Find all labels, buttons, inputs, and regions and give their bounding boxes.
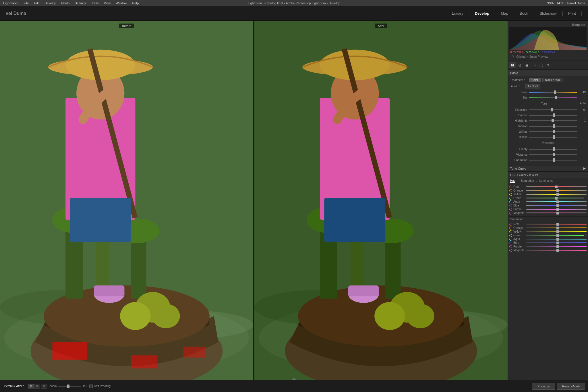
basic-panel-header[interactable]: Basic xyxy=(508,70,588,76)
hsl-sat-yellow-track[interactable] xyxy=(526,231,587,232)
shadows-slider-thumb[interactable] xyxy=(553,124,555,128)
hsl-radio-yellow[interactable] xyxy=(509,193,512,196)
zoom-thumb[interactable] xyxy=(67,385,69,388)
hsl-hue-purple-thumb[interactable] xyxy=(556,208,559,211)
hsl-radio-orange[interactable] xyxy=(509,189,512,192)
saturation-slider-track[interactable] xyxy=(529,160,577,161)
whites-slider-thumb[interactable] xyxy=(553,130,555,133)
tint-slider-track[interactable] xyxy=(529,97,577,98)
vibrance-slider-track[interactable] xyxy=(529,154,577,155)
eyedropper-icon[interactable]: ✦ xyxy=(510,84,514,88)
hsl-hue-blue-track[interactable] xyxy=(526,205,587,206)
nav-library[interactable]: Library xyxy=(447,6,469,21)
nav-book[interactable]: Book xyxy=(514,6,533,21)
hsl-sat-radio-yellow[interactable] xyxy=(509,230,512,233)
blacks-slider-track[interactable] xyxy=(529,137,577,138)
menu-edit[interactable]: Edit xyxy=(34,1,39,5)
contrast-slider-track[interactable] xyxy=(529,115,577,116)
menu-tools[interactable]: Tools xyxy=(91,1,99,5)
hsl-radio-purple[interactable] xyxy=(509,208,512,211)
nav-map[interactable]: Map xyxy=(496,6,513,21)
reset-button[interactable]: Reset (Adob xyxy=(557,383,585,390)
hsl-radio-magenta[interactable] xyxy=(509,212,512,215)
hsl-tab-saturation[interactable]: Saturation xyxy=(521,179,534,183)
hsl-sat-orange-track[interactable] xyxy=(526,227,587,228)
redeye-tool[interactable]: ◉ xyxy=(524,62,530,68)
radial-filter-tool[interactable]: ◯ xyxy=(538,62,544,68)
menu-develop[interactable]: Develop xyxy=(45,1,56,5)
hsl-hue-blue-thumb[interactable] xyxy=(556,204,559,207)
zoom-slider[interactable] xyxy=(58,386,81,387)
bw-btn[interactable]: Black & Wh xyxy=(542,78,562,82)
previous-button[interactable]: Previous xyxy=(532,383,555,390)
shadows-slider-track[interactable] xyxy=(529,126,577,127)
hsl-sat-orange-thumb[interactable] xyxy=(556,227,559,229)
contrast-slider-thumb[interactable] xyxy=(553,113,555,117)
menu-settings[interactable]: Settings xyxy=(75,1,86,5)
hsl-sat-blue-thumb[interactable] xyxy=(556,242,559,244)
clarity-slider-track[interactable] xyxy=(529,149,577,150)
hsl-sat-radio-aqua[interactable] xyxy=(509,238,512,241)
menu-file[interactable]: File xyxy=(24,1,29,5)
hsl-hue-red-thumb[interactable] xyxy=(555,186,558,188)
above-below-btn[interactable]: ⊞ xyxy=(41,384,47,389)
nav-develop[interactable]: Develop xyxy=(470,6,495,21)
hsl-sat-green-track[interactable] xyxy=(526,235,584,236)
hsl-hue-orange-thumb[interactable] xyxy=(556,189,559,192)
nav-slideshow[interactable]: Slideshow xyxy=(535,6,562,21)
hsl-sat-radio-orange[interactable] xyxy=(509,227,512,229)
menu-help[interactable]: Help xyxy=(132,1,139,5)
hsl-sat-blue-track[interactable] xyxy=(526,242,587,243)
soft-proofing-toggle[interactable]: Soft Proofing xyxy=(89,385,111,388)
tone-curve-header[interactable]: Tone Curve ▶ xyxy=(508,165,588,172)
spot-removal-tool[interactable]: ◎ xyxy=(517,62,523,68)
hsl-tab-luminance[interactable]: Luminance xyxy=(539,179,554,183)
hsl-sat-radio-blue[interactable] xyxy=(509,242,512,244)
hsl-hue-yellow-thumb[interactable] xyxy=(556,193,559,196)
hsl-sat-radio-purple[interactable] xyxy=(509,245,512,248)
after-canvas[interactable] xyxy=(254,21,508,380)
nav-print[interactable]: Print xyxy=(563,6,581,21)
hsl-sat-red-thumb[interactable] xyxy=(556,223,559,226)
hsl-radio-red[interactable] xyxy=(509,186,512,188)
auto-btn[interactable]: Auto xyxy=(580,102,586,105)
soft-proofing-checkbox[interactable] xyxy=(89,385,93,388)
hsl-sat-radio-red[interactable] xyxy=(509,223,512,226)
hsl-sat-aqua-track[interactable] xyxy=(526,239,587,240)
wb-value-btn[interactable]: As Shot xyxy=(525,84,540,88)
before-after-toggle[interactable]: Before & After : xyxy=(3,384,25,388)
vibrance-slider-thumb[interactable] xyxy=(553,153,555,156)
split-btn[interactable]: ⊠ xyxy=(34,384,40,389)
blacks-slider-thumb[interactable] xyxy=(553,135,555,139)
hsl-sat-magenta-thumb[interactable] xyxy=(556,249,559,252)
hsl-tab-hue[interactable]: Hue xyxy=(510,179,515,183)
hsl-hue-green-track[interactable] xyxy=(526,198,584,198)
gradient-filter-tool[interactable]: ▭ xyxy=(531,62,537,68)
hsl-hue-aqua-thumb[interactable] xyxy=(556,200,559,203)
hsl-sat-radio-green[interactable] xyxy=(509,234,512,237)
hsl-radio-aqua[interactable] xyxy=(509,200,512,203)
saturation-slider-thumb[interactable] xyxy=(553,158,555,162)
adjustment-brush-tool[interactable]: ✎ xyxy=(545,62,552,68)
temp-slider-track[interactable] xyxy=(529,92,577,93)
color-btn[interactable]: Color xyxy=(529,78,541,82)
whites-slider-track[interactable] xyxy=(529,131,577,132)
menu-view[interactable]: View xyxy=(104,1,111,5)
hsl-sat-radio-magenta[interactable] xyxy=(509,249,512,252)
hsl-radio-blue[interactable] xyxy=(509,204,512,207)
hsl-hue-magenta-track[interactable] xyxy=(526,213,587,213)
hsl-sat-aqua-thumb[interactable] xyxy=(556,238,559,241)
tint-slider-thumb[interactable] xyxy=(555,96,557,99)
temp-slider-thumb[interactable] xyxy=(554,90,556,94)
hsl-sat-red-track[interactable] xyxy=(526,224,587,225)
hsl-hue-orange-track[interactable] xyxy=(526,190,587,191)
hsl-hue-magenta-thumb[interactable] xyxy=(556,212,559,215)
hsl-sat-purple-track[interactable] xyxy=(526,246,587,247)
hsl-sat-magenta-track[interactable] xyxy=(526,250,587,251)
highlights-slider-track[interactable] xyxy=(529,120,577,121)
crop-tool[interactable]: ⊞ xyxy=(509,62,516,68)
menu-window[interactable]: Window xyxy=(116,1,127,5)
hsl-sat-green-thumb[interactable] xyxy=(556,234,559,237)
hsl-header[interactable]: HSL / Color / B & W xyxy=(508,172,588,178)
hsl-sat-yellow-thumb[interactable] xyxy=(556,230,559,233)
